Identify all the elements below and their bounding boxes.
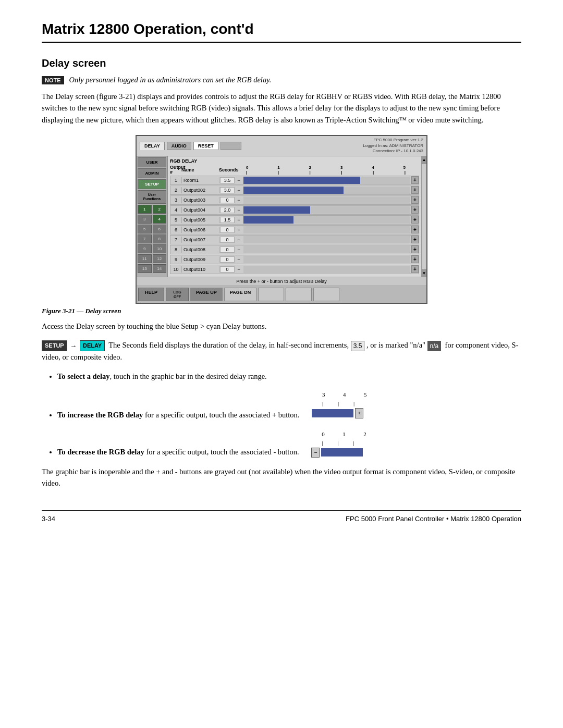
row-minus-9[interactable]: − — [235, 257, 242, 262]
num-btn-8[interactable]: 8 — [153, 235, 167, 243]
note-text: Only personnel logged in as administrato… — [69, 76, 272, 84]
row-num-10: 10 — [170, 266, 182, 273]
num-btn-10[interactable]: 10 — [153, 244, 167, 253]
row-minus-6[interactable]: − — [235, 227, 242, 232]
row-bar-5 — [243, 216, 293, 224]
row-bar-area-9[interactable] — [243, 256, 410, 263]
row-sec-8[interactable]: 0 — [220, 246, 235, 253]
num-btn-11[interactable]: 11 — [138, 254, 152, 263]
fpc-extra-btn-3[interactable] — [313, 288, 339, 301]
row-name-3: Output003 — [182, 197, 219, 203]
row-bar-area-1[interactable] — [243, 177, 410, 184]
num-btn-3[interactable]: 3 — [138, 215, 152, 224]
para3b-text: , or is marked "n/a" — [366, 341, 425, 349]
tab-delay[interactable]: DELAY — [140, 142, 165, 150]
page-dn-button[interactable]: PAGE DN — [224, 288, 256, 301]
body-para-3: SETUP → DELAY The Seconds field displays… — [42, 339, 521, 363]
row-sec-9[interactable]: 0 — [220, 256, 235, 263]
row-bar-area-4[interactable] — [243, 206, 410, 214]
row-sec-5[interactable]: 1.5 — [220, 217, 235, 223]
row-bar-area-8[interactable] — [243, 246, 410, 253]
help-button[interactable]: HELP — [138, 288, 164, 301]
row-plus-6[interactable]: + — [411, 226, 419, 233]
num-btn-4[interactable]: 4 — [153, 215, 167, 224]
bullet2-bold: To increase the RGB delay — [57, 411, 143, 419]
row-plus-9[interactable]: + — [411, 255, 419, 263]
row-sec-1[interactable]: 3.5 — [220, 177, 235, 183]
row-num-1: 1 — [170, 177, 182, 183]
row-minus-10[interactable]: − — [235, 267, 242, 272]
row-sec-3[interactable]: 0 — [220, 197, 235, 203]
bullet1-bold: To select a delay — [57, 372, 110, 380]
row-bar-area-10[interactable] — [243, 266, 410, 273]
row-num-2: 2 — [170, 187, 182, 193]
row-minus-3[interactable]: − — [235, 198, 242, 203]
num-btn-13[interactable]: 13 — [138, 264, 152, 273]
row-sec-6[interactable]: 0 — [220, 227, 235, 233]
tab-reset[interactable]: RESET — [193, 142, 218, 150]
sidebar-setup-btn[interactable]: SETUP — [138, 179, 166, 189]
row-sec-10[interactable]: 0 — [220, 266, 235, 273]
table-header: Output # Name Seconds 0 1 2 3 4 5 — [170, 165, 419, 175]
scale-5: 5 — [403, 165, 405, 170]
row-minus-8[interactable]: − — [235, 247, 242, 252]
row-plus-10[interactable]: + — [411, 265, 419, 273]
row-minus-7[interactable]: − — [235, 237, 242, 242]
page-up-button[interactable]: PAGE UP — [190, 288, 223, 301]
table-row-9: 9 Output009 0 − + — [170, 255, 419, 264]
row-num-6: 6 — [170, 227, 182, 233]
num-btn-12[interactable]: 12 — [153, 254, 167, 263]
scroll-down[interactable]: ▼ — [422, 269, 426, 277]
row-sec-4[interactable]: 2.0 — [220, 207, 235, 213]
sidebar-admin-btn[interactable]: ADMIN — [138, 168, 166, 178]
row-bar-area-3[interactable] — [243, 196, 410, 204]
figure-container: DELAY AUDIO RESET FPC 5000 Program ver 1… — [42, 135, 521, 315]
sidebar-userfunctions-btn[interactable]: UserFunctions — [138, 190, 166, 204]
body-para-2: Access the Delay screen by touching the … — [42, 320, 521, 332]
num-btn-14[interactable]: 14 — [153, 264, 167, 273]
num-btn-2[interactable]: 2 — [153, 205, 167, 214]
row-bar-4 — [243, 206, 310, 214]
num-btn-1[interactable]: 1 — [138, 205, 152, 214]
log-off-button[interactable]: LOGOFF — [166, 288, 189, 301]
para2-text: Access the Delay screen by touching the … — [42, 322, 266, 330]
row-plus-5[interactable]: + — [411, 216, 419, 224]
row-sec-2[interactable]: 3.0 — [220, 187, 235, 193]
mini-plus-btn[interactable]: + — [355, 408, 363, 418]
row-sec-7[interactable]: 0 — [220, 237, 235, 243]
row-bar-area-7[interactable] — [243, 236, 410, 243]
num-btn-5[interactable]: 5 — [138, 225, 152, 233]
row-minus-4[interactable]: − — [235, 207, 242, 213]
row-minus-1[interactable]: − — [235, 178, 242, 183]
fpc-extra-btn-1[interactable] — [258, 288, 284, 301]
scale-1: 1 — [277, 165, 279, 170]
mini-scale-increase: 345 — [322, 390, 380, 399]
mini-minus-btn[interactable]: − — [311, 448, 320, 458]
table-row-4: 4 Output004 2.0 − + — [170, 205, 419, 215]
scroll-thumb — [422, 164, 426, 269]
sidebar-user-btn[interactable]: USER — [138, 157, 166, 167]
tab-blank[interactable] — [221, 142, 241, 150]
tab-audio[interactable]: AUDIO — [167, 142, 191, 150]
section-heading: Delay screen — [42, 57, 521, 69]
row-plus-1[interactable]: + — [411, 176, 419, 184]
row-minus-2[interactable]: − — [235, 188, 242, 193]
fpc-extra-btn-2[interactable] — [286, 288, 312, 301]
row-name-1: Room1 — [182, 177, 219, 183]
num-btn-9[interactable]: 9 — [138, 244, 152, 253]
bullet2-text: for a specific output, touch the associa… — [143, 411, 299, 419]
num-btn-6[interactable]: 6 — [153, 225, 167, 233]
row-plus-2[interactable]: + — [411, 186, 419, 194]
row-bar-area-2[interactable] — [243, 187, 410, 194]
row-plus-8[interactable]: + — [411, 245, 419, 253]
row-plus-3[interactable]: + — [411, 196, 419, 204]
row-bar-area-6[interactable] — [243, 226, 410, 233]
scroll-up[interactable]: ▲ — [422, 156, 426, 164]
num-btn-7[interactable]: 7 — [138, 235, 152, 243]
row-minus-5[interactable]: − — [235, 217, 242, 223]
row-plus-7[interactable]: + — [411, 236, 419, 243]
row-bar-area-5[interactable] — [243, 216, 410, 224]
row-plus-4[interactable]: + — [411, 206, 419, 214]
row-name-6: Output006 — [182, 227, 219, 233]
body-para-1: The Delay screen (figure 3-21) displays … — [42, 91, 521, 126]
